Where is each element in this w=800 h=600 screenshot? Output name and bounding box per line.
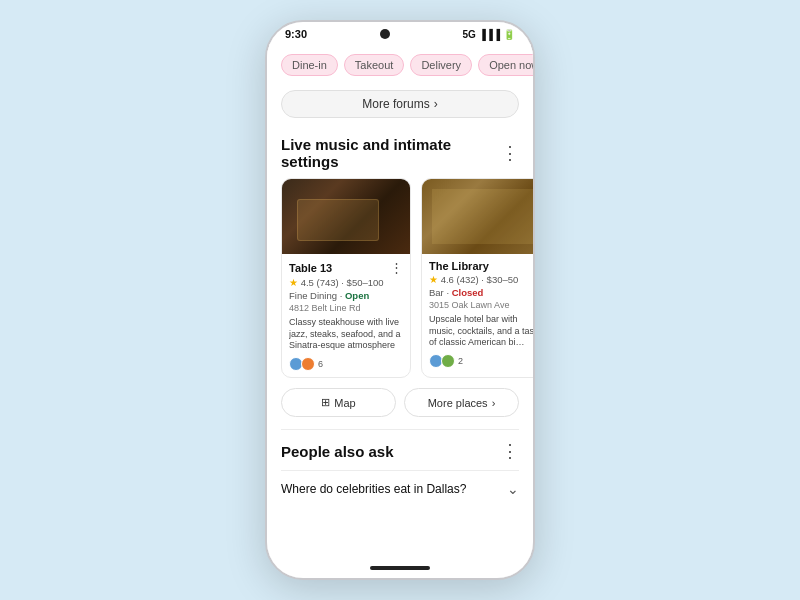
card-address-2: 3015 Oak Lawn Ave <box>429 300 533 310</box>
card-status: Open <box>345 290 369 301</box>
more-forums-button[interactable]: More forums › <box>281 90 519 118</box>
card-reviews: (743) <box>317 277 339 288</box>
restaurant-image-library <box>422 179 533 254</box>
restaurant-card-table13[interactable]: Table 13 ⋮ ★ 4.5 (743) · $50–100 Fine Di… <box>281 178 411 378</box>
avatar-2 <box>301 357 315 371</box>
chip-takeout[interactable]: Takeout <box>344 54 405 76</box>
card-avatars: 6 <box>289 357 403 371</box>
card-reviews-2: (432) <box>457 274 479 285</box>
paa-question-row[interactable]: Where do celebrities eat in Dallas? ⌄ <box>281 470 519 507</box>
card-name-row: Table 13 ⋮ <box>289 260 403 275</box>
restaurant-cards-row: Table 13 ⋮ ★ 4.5 (743) · $50–100 Fine Di… <box>267 178 533 388</box>
card-name-2: The Library <box>429 260 489 272</box>
phone-frame: 9:30 5G ▐▐▐ 🔋 Dine-in Takeout Delivery O… <box>265 20 535 580</box>
card-rating-row-2: ★ 4.6 (432) · $30–50 <box>429 274 533 285</box>
more-places-arrow: › <box>492 397 496 409</box>
restaurant-card-library[interactable]: The Library ★ 4.6 (432) · $30–50 Bar · C… <box>421 178 533 378</box>
map-places-row: ⊞ Map More places › <box>267 388 533 429</box>
home-bar <box>370 566 430 570</box>
restaurant-image-table13 <box>282 179 410 254</box>
card-type-2: Bar <box>429 287 444 298</box>
camera-cutout <box>380 29 390 39</box>
chip-dine-in[interactable]: Dine-in <box>281 54 338 76</box>
card-type: Fine Dining <box>289 290 337 301</box>
card-body-library: The Library ★ 4.6 (432) · $30–50 Bar · C… <box>422 254 533 374</box>
star-icon: ★ <box>289 277 298 288</box>
screen-content: Dine-in Takeout Delivery Open now More f… <box>267 44 533 558</box>
chevron-down-icon: ⌄ <box>507 481 519 497</box>
chip-open-now[interactable]: Open now <box>478 54 533 76</box>
avatar-4 <box>441 354 455 368</box>
paa-title: People also ask <box>281 443 394 460</box>
card-description-2: Upscale hotel bar with music, cocktails,… <box>429 314 533 349</box>
paa-question-text: Where do celebrities eat in Dallas? <box>281 482 466 496</box>
photo-count-2: 2 <box>458 356 463 366</box>
people-also-ask-section: People also ask ⋮ Where do celebrities e… <box>267 430 533 507</box>
card-type-row: Fine Dining · Open <box>289 290 403 301</box>
time-display: 9:30 <box>285 28 307 40</box>
card-body-table13: Table 13 ⋮ ★ 4.5 (743) · $50–100 Fine Di… <box>282 254 410 377</box>
card-description: Classy steakhouse with live jazz, steaks… <box>289 317 403 352</box>
more-forums-label: More forums <box>362 97 429 111</box>
card-rating-row: ★ 4.5 (743) · $50–100 <box>289 277 403 288</box>
card-price: $50–100 <box>347 277 384 288</box>
more-places-label: More places <box>428 397 488 409</box>
section-menu-dots[interactable]: ⋮ <box>501 142 519 164</box>
card-status-2: Closed <box>452 287 484 298</box>
card-avatars-2: 2 <box>429 354 533 368</box>
home-indicator <box>267 558 533 578</box>
card-price-2: $30–50 <box>487 274 519 285</box>
map-icon: ⊞ <box>321 396 330 409</box>
paa-menu-dots[interactable]: ⋮ <box>501 440 519 462</box>
card-rating: 4.5 <box>301 277 314 288</box>
more-places-button[interactable]: More places › <box>404 388 519 417</box>
chip-delivery[interactable]: Delivery <box>410 54 472 76</box>
section-title: Live music and intimate settings <box>281 136 501 170</box>
card-name: Table 13 <box>289 262 332 274</box>
map-label: Map <box>334 397 355 409</box>
map-button[interactable]: ⊞ Map <box>281 388 396 417</box>
signal-bars-icon: ▐▐▐ <box>479 29 500 40</box>
card-menu-dots[interactable]: ⋮ <box>390 260 403 275</box>
section-header: Live music and intimate settings ⋮ <box>267 128 533 178</box>
card-rating-2: 4.6 <box>441 274 454 285</box>
card-address: 4812 Belt Line Rd <box>289 303 403 313</box>
card-type-row-2: Bar · Closed <box>429 287 533 298</box>
status-bar: 9:30 5G ▐▐▐ 🔋 <box>267 22 533 44</box>
star-icon-2: ★ <box>429 274 438 285</box>
more-forums-arrow: › <box>434 97 438 111</box>
battery-icon: 🔋 <box>503 29 515 40</box>
paa-header: People also ask ⋮ <box>281 440 519 462</box>
signal-label: 5G <box>462 29 475 40</box>
status-icons: 5G ▐▐▐ 🔋 <box>462 29 515 40</box>
photo-count: 6 <box>318 359 323 369</box>
filter-chips-row: Dine-in Takeout Delivery Open now <box>267 44 533 84</box>
card-name-row-2: The Library <box>429 260 533 272</box>
more-forums-row: More forums › <box>267 84 533 128</box>
